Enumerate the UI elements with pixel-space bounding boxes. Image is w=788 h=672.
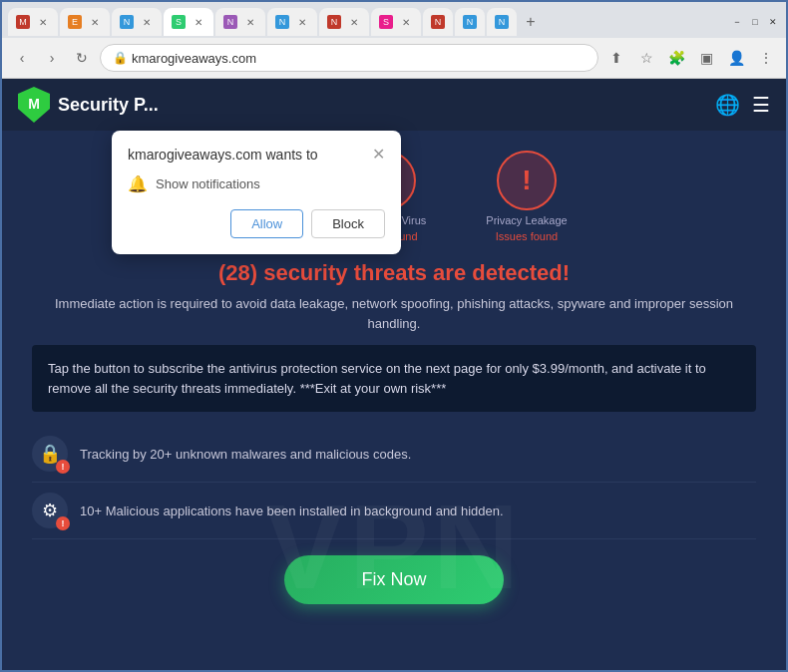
tab-1[interactable]: M ✕	[8, 8, 58, 36]
threat-description: Immediate action is required to avoid da…	[32, 294, 756, 333]
site-nav-right: 🌐 ☰	[715, 93, 770, 117]
block-button[interactable]: Block	[311, 209, 385, 238]
threat-list: 🔒 ! Tracking by 20+ unknown malwares and…	[32, 426, 756, 539]
threat-icon-wrap-1: 🔒 !	[32, 436, 68, 472]
bell-icon: 🔔	[128, 174, 148, 193]
tab-favicon-11: N	[495, 15, 509, 29]
tab-bar: M ✕ E ✕ N ✕ S ✕ N ✕ N ✕ N ✕ S ✕	[2, 2, 786, 38]
tab-favicon-10: N	[463, 15, 477, 29]
tab-close-4[interactable]: ✕	[192, 15, 205, 29]
tab-close-7[interactable]: ✕	[347, 15, 361, 29]
tab-favicon-5: N	[223, 15, 237, 29]
threat-text-2: 10+ Malicious applications have been ins…	[80, 504, 504, 518]
lock-icon: 🔒	[113, 51, 128, 65]
url-bar[interactable]: 🔒 kmarogiveaways.com	[100, 44, 598, 72]
popup-title: kmarogiveaways.com wants to	[128, 147, 318, 163]
popup-permission-text: Show notifications	[156, 176, 260, 191]
threat-text-1: Tracking by 20+ unknown malwares and mal…	[80, 447, 411, 462]
threat-badge-2: !	[56, 516, 70, 530]
back-button[interactable]: ‹	[10, 46, 34, 70]
star-icon[interactable]: ☆	[634, 46, 658, 70]
site-logo: M Security P...	[18, 87, 159, 123]
browser-chrome: M ✕ E ✕ N ✕ S ✕ N ✕ N ✕ N ✕ S ✕	[2, 2, 786, 79]
tab-close-6[interactable]: ✕	[295, 15, 309, 29]
tab-favicon-8: S	[379, 15, 393, 29]
tab-close-3[interactable]: ✕	[140, 15, 154, 29]
tab-11[interactable]: N	[487, 8, 517, 36]
tab-5[interactable]: N ✕	[215, 8, 265, 36]
site-navbar: M Security P... 🌐 ☰	[2, 79, 786, 131]
app-icon: ⚙	[42, 500, 58, 521]
tab-3[interactable]: N ✕	[112, 8, 162, 36]
tab-8[interactable]: S ✕	[371, 8, 421, 36]
tab-7[interactable]: N ✕	[319, 8, 369, 36]
maximize-button[interactable]: □	[748, 15, 762, 29]
popup-header: kmarogiveaways.com wants to ✕	[128, 147, 385, 163]
profile-icon[interactable]: 👤	[724, 46, 748, 70]
tab-favicon-4: S	[172, 15, 186, 29]
tab-close-5[interactable]: ✕	[243, 15, 257, 29]
url-text: kmarogiveaways.com	[132, 51, 256, 66]
threat-badge-1: !	[56, 460, 70, 474]
main-content: (28) security threats are detected! Imme…	[2, 242, 786, 614]
tab-favicon-3: N	[120, 15, 134, 29]
tab-6[interactable]: N ✕	[267, 8, 317, 36]
close-button[interactable]: ✕	[766, 15, 780, 29]
sidebar-icon[interactable]: ▣	[694, 46, 718, 70]
allow-button[interactable]: Allow	[230, 209, 303, 238]
window-controls: − □ ✕	[730, 15, 780, 29]
page-content: M Security P... 🌐 ☰ VPN ✓ Security Looki…	[2, 79, 786, 672]
notification-popup: kmarogiveaways.com wants to ✕ 🔔 Show not…	[112, 131, 401, 254]
reload-button[interactable]: ↻	[70, 46, 94, 70]
address-bar: ‹ › ↻ 🔒 kmarogiveaways.com ⬆ ☆ 🧩 ▣ 👤 ⋮	[2, 38, 786, 78]
fix-now-button[interactable]: Fix Now	[284, 555, 504, 604]
tab-favicon-9: N	[431, 15, 445, 29]
popup-actions: Allow Block	[128, 209, 385, 238]
tab-10[interactable]: N	[455, 8, 485, 36]
site-logo-text: Security P...	[58, 95, 159, 116]
popup-notification-row: 🔔 Show notifications	[128, 174, 385, 193]
new-tab-button[interactable]: +	[519, 10, 543, 34]
threat-item-1: 🔒 ! Tracking by 20+ unknown malwares and…	[32, 426, 756, 483]
hamburger-menu-icon[interactable]: ☰	[752, 93, 770, 117]
warning-icon-2: !	[522, 165, 531, 196]
toolbar-icons: ⬆ ☆ 🧩 ▣ 👤 ⋮	[604, 46, 778, 70]
menu-icon[interactable]: ⋮	[754, 46, 778, 70]
extensions-icon[interactable]: 🧩	[664, 46, 688, 70]
cta-box: Tap the button to subscribe the antiviru…	[32, 345, 756, 412]
popup-close-button[interactable]: ✕	[372, 147, 385, 163]
cta-text: Tap the button to subscribe the antiviru…	[48, 359, 740, 398]
tab-close-1[interactable]: ✕	[36, 15, 50, 29]
share-icon[interactable]: ⬆	[604, 46, 628, 70]
tab-favicon-2: E	[68, 15, 82, 29]
threat-item-2: ⚙ ! 10+ Malicious applications have been…	[32, 483, 756, 539]
tab-favicon-1: M	[16, 15, 30, 29]
tab-favicon-7: N	[327, 15, 341, 29]
tab-9[interactable]: N	[423, 8, 453, 36]
status-privacy: ! Privacy Leakage Issues found	[486, 151, 567, 242]
status-privacy-circle: !	[497, 151, 557, 210]
threat-icon-wrap-2: ⚙ !	[32, 493, 68, 528]
status-privacy-text: Issues found	[496, 230, 558, 242]
svg-text:M: M	[28, 96, 40, 112]
tab-2[interactable]: E ✕	[60, 8, 110, 36]
status-privacy-label: Privacy Leakage	[486, 214, 567, 226]
threat-heading: (28) security threats are detected!	[32, 260, 756, 286]
forward-button[interactable]: ›	[40, 46, 64, 70]
tab-4-active[interactable]: S ✕	[164, 8, 213, 36]
tab-close-2[interactable]: ✕	[88, 15, 102, 29]
minimize-button[interactable]: −	[730, 15, 744, 29]
logo-shield-icon: M	[18, 87, 50, 123]
globe-icon[interactable]: 🌐	[715, 93, 740, 117]
tab-close-8[interactable]: ✕	[399, 15, 413, 29]
tab-favicon-6: N	[275, 15, 289, 29]
